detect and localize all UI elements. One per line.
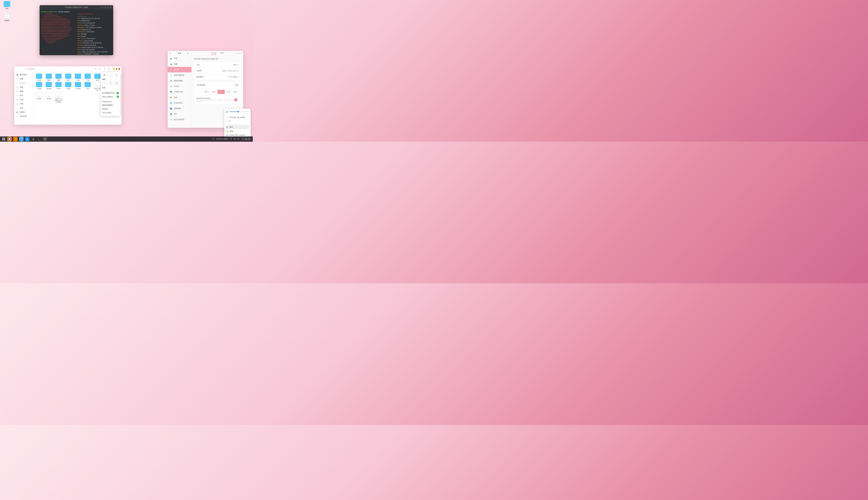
tab-displays[interactable]: 显示器 — [211, 52, 216, 55]
breadcrumb[interactable]: 主文件夹 ▾ — [26, 68, 35, 70]
minimize-icon[interactable] — [104, 7, 106, 8]
file-item[interactable]: 音乐 — [93, 73, 101, 81]
file-item[interactable]: 公共的 — [35, 73, 43, 81]
dock-tweaks[interactable]: ◉ — [31, 137, 35, 141]
settings-category[interactable]: 💾可移动介质 — [168, 89, 192, 95]
settings-category[interactable]: ★默认应用程序 — [168, 117, 192, 122]
nav-back-icon[interactable]: ‹ — [16, 67, 19, 70]
menu-wifi[interactable]: ᯤTP-LINK_5G_A1BA▸ — [226, 116, 249, 119]
home-icon[interactable]: ⌂ — [24, 68, 25, 70]
setting-refresh[interactable]: 刷新频率59.97 赫兹 ▾ — [194, 74, 241, 80]
scale-button[interactable]: 200 % — [232, 90, 239, 94]
file-item[interactable]: .bashrc — [35, 92, 43, 103]
scale-button[interactable]: 125 % — [210, 90, 218, 94]
scale-button[interactable]: 150 % — [218, 90, 225, 94]
file-item[interactable]: .icons — [55, 82, 62, 91]
file-item[interactable]: 图片 — [64, 73, 72, 81]
minimize-icon[interactable] — [236, 53, 237, 54]
status-area[interactable]: ᯤ 🔊 ⏻ — [241, 138, 251, 140]
menu-help[interactable]: 帮助(H) — [102, 107, 119, 111]
volume-slider[interactable] — [229, 112, 249, 112]
sidebar-item[interactable]: 🗑回收站 — [14, 110, 33, 114]
sidebar-item[interactable]: ▣最近使用 — [14, 72, 33, 77]
settings-category[interactable]: 🌐区域与语言 — [168, 100, 192, 106]
dock-appstore[interactable]: A — [25, 137, 30, 141]
file-item[interactable]: .sudo_as_admin_successful — [55, 92, 62, 103]
settings-category[interactable]: 🔊声音 — [168, 56, 192, 61]
sidebar-item[interactable]: ▭视频 — [14, 89, 33, 93]
sidebar-item[interactable]: ☆收藏 — [14, 77, 33, 81]
close-icon[interactable] — [110, 7, 112, 8]
menu-select-all[interactable]: 全选 — [102, 86, 119, 90]
search-icon[interactable]: ⚲ — [169, 52, 171, 55]
file-item[interactable]: .mozilla — [74, 82, 82, 91]
menu-shortcuts[interactable]: 键盘快捷键(K) — [102, 103, 119, 107]
settings-category[interactable]: 🖵显示器 — [168, 67, 192, 72]
sidebar-item[interactable]: ▭下载 — [14, 102, 33, 106]
settings-category[interactable]: 🔌电源 — [168, 61, 192, 67]
file-item[interactable]: 文档 — [74, 73, 82, 81]
dock-terminal[interactable]: ›_ — [37, 137, 41, 141]
menu-lock[interactable]: 🔒锁定 — [226, 129, 249, 133]
sidebar-item[interactable]: ⌂主目录 — [14, 81, 33, 85]
gear-icon[interactable]: ⚙ — [107, 67, 111, 71]
file-item[interactable]: .gnupg — [45, 82, 53, 91]
file-item[interactable]: 模板 — [45, 73, 53, 81]
scale-button[interactable]: … — [196, 90, 203, 94]
search-icon[interactable]: ⚲ — [100, 7, 101, 9]
dock-chrome[interactable] — [7, 137, 12, 141]
clock[interactable]: 4月30日 星期四，23：04：56 — [216, 138, 239, 140]
settings-category[interactable]: 🖱鼠标和触控板 — [168, 72, 192, 78]
setting-resolution[interactable]: 分辨率3840 × 2160 (16∶9) ▾ — [194, 68, 241, 74]
new-tab-button[interactable]: ◧ — [102, 73, 107, 77]
cut-button[interactable]: ✂ — [102, 81, 107, 85]
file-item[interactable]: .config — [35, 82, 43, 91]
setting-orientation[interactable]: 方向横向 ▾ — [194, 62, 241, 68]
toggle-switch[interactable] — [233, 84, 239, 87]
file-item[interactable]: .bash_history — [93, 82, 101, 91]
search-icon[interactable]: ⚲ — [94, 67, 97, 71]
sidebar-item[interactable]: ▭文档 — [14, 98, 33, 102]
tab-nightlight[interactable]: 夜灯 — [220, 52, 224, 55]
gear-icon[interactable]: ⚙ — [187, 52, 189, 55]
maximize-icon[interactable] — [107, 7, 109, 8]
dock-settings[interactable]: ⚙ — [43, 137, 47, 141]
file-item[interactable]: .local — [64, 82, 72, 91]
menu-about[interactable]: 关于文件(A) — [102, 111, 119, 115]
new-folder-button[interactable]: + — [108, 73, 113, 77]
terminal-window[interactable]: + kun@kun-B85M-D3H: ~/桌面 ⚲ ≡ kun@kun-B85… — [39, 5, 113, 55]
bookmark-button[interactable]: ◫ — [114, 73, 119, 77]
menu-icon[interactable]: ≡ — [102, 7, 103, 9]
desktop-folder-home[interactable]: kun — [2, 1, 12, 9]
menu-settings[interactable]: ⚙设置 — [226, 125, 249, 129]
terminal-body[interactable]: kun@kun-B85M-D3H:~/桌面$ neofetch .-/+ooss… — [39, 10, 113, 55]
settings-category[interactable]: ♿通用辅助 — [168, 106, 192, 111]
file-item[interactable]: .profile — [45, 92, 53, 103]
menu-show-hidden[interactable]: 显示隐藏文件(H)✓ — [102, 91, 119, 95]
toggle-switch[interactable] — [234, 99, 239, 101]
file-item[interactable]: 下载 — [84, 73, 92, 81]
sidebar-item[interactable]: ▭图片 — [14, 93, 33, 98]
menu-preferences[interactable]: Preferences — [102, 100, 119, 103]
scale-button[interactable]: 100 % — [203, 90, 210, 94]
close-icon[interactable] — [118, 68, 120, 70]
view-toggle-icon[interactable]: ▭ — [98, 67, 102, 71]
sidebar-item[interactable]: ♪音乐 — [14, 106, 33, 110]
sidebar-item[interactable]: +其他位置 — [14, 114, 33, 118]
dock-firefox[interactable] — [13, 137, 18, 141]
settings-category[interactable]: 🎨色彩 — [168, 95, 192, 100]
ime-indicator[interactable]: 中 — [213, 138, 214, 140]
scale-button[interactable]: 175 % — [225, 90, 232, 94]
dock-files[interactable] — [19, 137, 24, 141]
close-icon[interactable] — [240, 53, 242, 54]
settings-category[interactable]: 👤用户 — [168, 111, 192, 117]
maximize-icon[interactable] — [238, 53, 240, 54]
terminal-titlebar[interactable]: + kun@kun-B85M-D3H: ~/桌面 ⚲ ≡ — [39, 5, 113, 10]
apps-button[interactable] — [1, 137, 6, 141]
chevron-down-icon[interactable]: ▾ — [103, 67, 106, 71]
settings-category[interactable]: 🖶打印机 — [168, 83, 192, 89]
paste-button[interactable]: 📋 — [114, 81, 119, 85]
file-item[interactable]: 视频 — [55, 73, 62, 81]
setting-fractional-scaling[interactable]: Fractional ScalingMay increase power usa… — [194, 95, 241, 104]
maximize-icon[interactable] — [116, 68, 117, 70]
